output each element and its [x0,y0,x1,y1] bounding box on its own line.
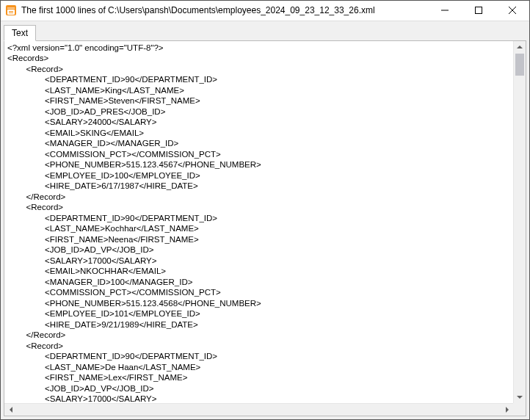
scroll-right-button[interactable] [501,404,513,416]
svg-rect-3 [9,12,13,13]
text-viewport[interactable]: <?xml version="1.0" encoding="UTF-8"?> <… [4,41,526,416]
scroll-left-button[interactable] [4,404,17,416]
scroll-up-button[interactable] [514,41,526,54]
horizontal-scrollbar[interactable] [4,403,526,416]
vertical-scrollbar[interactable] [513,41,526,403]
svg-rect-5 [476,7,482,14]
content-area: <?xml version="1.0" encoding="UTF-8"?> <… [4,40,526,416]
titlebar[interactable]: The first 1000 lines of C:\Users\pansh\D… [1,1,529,21]
window-title: The first 1000 lines of C:\Users\pansh\D… [21,5,428,15]
tab-text[interactable]: Text [4,25,36,41]
vertical-scroll-thumb[interactable] [515,54,524,76]
app-window: The first 1000 lines of C:\Users\pansh\D… [0,0,530,420]
xml-text[interactable]: <?xml version="1.0" encoding="UTF-8"?> <… [4,41,526,416]
scroll-corner [513,403,526,416]
scroll-down-button[interactable] [514,391,526,403]
tabstrip: Text [1,21,529,40]
minimize-button[interactable] [428,1,462,21]
close-button[interactable] [495,1,529,21]
vertical-scroll-track[interactable] [514,54,526,391]
app-icon [5,4,17,16]
maximize-button[interactable] [462,1,495,21]
svg-rect-2 [9,11,13,12]
window-controls [428,1,529,21]
svg-rect-1 [7,10,15,15]
